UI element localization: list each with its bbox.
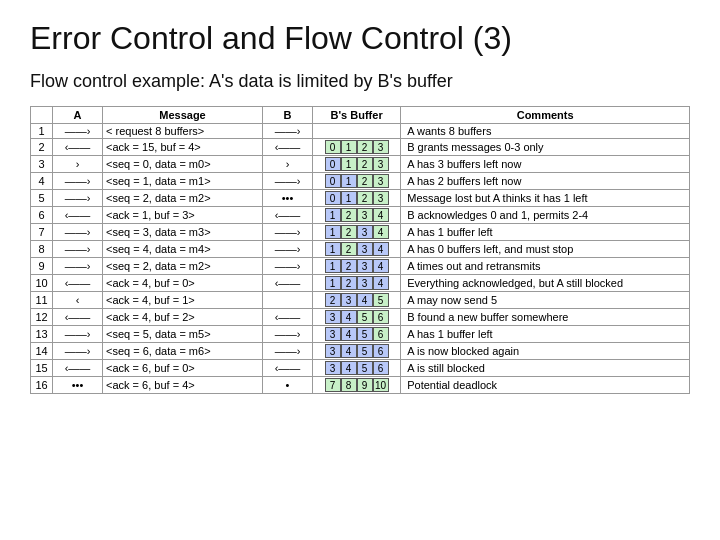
row-number: 9 <box>31 258 53 275</box>
page-title: Error Control and Flow Control (3) <box>30 20 690 57</box>
b-arrow: ——› <box>263 241 313 258</box>
b-arrow: • <box>263 377 313 394</box>
buffer-cells: 3456 <box>313 360 401 377</box>
comment-text: Everything acknowledged, but A still blo… <box>401 275 690 292</box>
comment-text: A has 1 buffer left <box>401 326 690 343</box>
col-header-num <box>31 107 53 124</box>
table-row: 11‹<ack = 4, buf = 1>2345A may now send … <box>31 292 690 309</box>
col-header-b: B <box>263 107 313 124</box>
buffer-cells: 0123 <box>313 190 401 207</box>
row-number: 11 <box>31 292 53 309</box>
page-subtitle: Flow control example: A's data is limite… <box>30 71 690 92</box>
comment-text: B grants messages 0-3 only <box>401 139 690 156</box>
row-number: 14 <box>31 343 53 360</box>
col-header-a: A <box>53 107 103 124</box>
buffer-cells: 3456 <box>313 326 401 343</box>
row-number: 3 <box>31 156 53 173</box>
a-arrow: ——› <box>53 326 103 343</box>
a-arrow: ——› <box>53 258 103 275</box>
table-row: 6‹——<ack = 1, buf = 3>‹——1234B acknowled… <box>31 207 690 224</box>
row-number: 15 <box>31 360 53 377</box>
table-row: 1——›< request 8 buffers>——›A wants 8 buf… <box>31 124 690 139</box>
message-text: <seq = 2, data = m2> <box>103 258 263 275</box>
comment-text: A may now send 5 <box>401 292 690 309</box>
comment-text: B acknowledges 0 and 1, permits 2-4 <box>401 207 690 224</box>
table-row: 16•••<ack = 6, buf = 4>•78910Potential d… <box>31 377 690 394</box>
b-arrow: ‹—— <box>263 360 313 377</box>
message-text: <seq = 5, data = m5> <box>103 326 263 343</box>
comment-text: A is now blocked again <box>401 343 690 360</box>
row-number: 10 <box>31 275 53 292</box>
buffer-cells: 3456 <box>313 309 401 326</box>
table-row: 4——›<seq = 1, data = m1>——›0123A has 2 b… <box>31 173 690 190</box>
a-arrow: ••• <box>53 377 103 394</box>
table-row: 2‹——<ack = 15, buf = 4>‹——0123B grants m… <box>31 139 690 156</box>
buffer-cells: 0123 <box>313 173 401 190</box>
table-row: 14——›<seq = 6, data = m6>——›3456A is now… <box>31 343 690 360</box>
a-arrow: ——› <box>53 173 103 190</box>
message-text: <seq = 2, data = m2> <box>103 190 263 207</box>
row-number: 8 <box>31 241 53 258</box>
buffer-cells: 0123 <box>313 139 401 156</box>
b-arrow <box>263 292 313 309</box>
message-text: <seq = 1, data = m1> <box>103 173 263 190</box>
message-text: <ack = 4, buf = 1> <box>103 292 263 309</box>
comment-text: A has 2 buffers left now <box>401 173 690 190</box>
a-arrow: ‹—— <box>53 207 103 224</box>
message-text: <ack = 4, buf = 2> <box>103 309 263 326</box>
message-text: <seq = 0, data = m0> <box>103 156 263 173</box>
a-arrow: ——› <box>53 241 103 258</box>
b-arrow: ‹—— <box>263 207 313 224</box>
comment-text: A has 3 buffers left now <box>401 156 690 173</box>
message-text: <ack = 15, buf = 4> <box>103 139 263 156</box>
a-arrow: ‹—— <box>53 275 103 292</box>
comment-text: A wants 8 buffers <box>401 124 690 139</box>
comment-text: A times out and retransmits <box>401 258 690 275</box>
comment-text: A is still blocked <box>401 360 690 377</box>
b-arrow: › <box>263 156 313 173</box>
buffer-cells: 78910 <box>313 377 401 394</box>
table-row: 13——›<seq = 5, data = m5>——›3456A has 1 … <box>31 326 690 343</box>
b-arrow: ——› <box>263 343 313 360</box>
comment-text: A has 1 buffer left <box>401 224 690 241</box>
message-text: <ack = 6, buf = 0> <box>103 360 263 377</box>
table-row: 9——›<seq = 2, data = m2>——›1234A times o… <box>31 258 690 275</box>
a-arrow: ——› <box>53 190 103 207</box>
buffer-cells: 1234 <box>313 224 401 241</box>
row-number: 4 <box>31 173 53 190</box>
a-arrow: ‹—— <box>53 309 103 326</box>
b-arrow: ‹—— <box>263 139 313 156</box>
message-text: <seq = 6, data = m6> <box>103 343 263 360</box>
row-number: 5 <box>31 190 53 207</box>
row-number: 1 <box>31 124 53 139</box>
b-arrow: ‹—— <box>263 275 313 292</box>
buffer-cells: 1234 <box>313 207 401 224</box>
buffer-cells: 1234 <box>313 241 401 258</box>
b-arrow: ——› <box>263 326 313 343</box>
table-row: 8——›<seq = 4, data = m4>——›1234A has 0 b… <box>31 241 690 258</box>
table-row: 12‹——<ack = 4, buf = 2>‹——3456B found a … <box>31 309 690 326</box>
buffer-cells: 0123 <box>313 156 401 173</box>
col-header-buffer: B's Buffer <box>313 107 401 124</box>
b-arrow: ••• <box>263 190 313 207</box>
buffer-cells: 1234 <box>313 258 401 275</box>
comment-text: Message lost but A thinks it has 1 left <box>401 190 690 207</box>
table-row: 10‹——<ack = 4, buf = 0>‹——1234Everything… <box>31 275 690 292</box>
table-row: 7——›<seq = 3, data = m3>——›1234A has 1 b… <box>31 224 690 241</box>
row-number: 6 <box>31 207 53 224</box>
a-arrow: ——› <box>53 343 103 360</box>
row-number: 13 <box>31 326 53 343</box>
comment-text: Potential deadlock <box>401 377 690 394</box>
col-header-comments: Comments <box>401 107 690 124</box>
b-arrow: ‹—— <box>263 309 313 326</box>
buffer-cells: 2345 <box>313 292 401 309</box>
col-header-message: Message <box>103 107 263 124</box>
message-text: <ack = 6, buf = 4> <box>103 377 263 394</box>
a-arrow: › <box>53 156 103 173</box>
message-text: <seq = 3, data = m3> <box>103 224 263 241</box>
buffer-cells: 1234 <box>313 275 401 292</box>
comment-text: A has 0 buffers left, and must stop <box>401 241 690 258</box>
row-number: 16 <box>31 377 53 394</box>
table-row: 3›<seq = 0, data = m0>›0123A has 3 buffe… <box>31 156 690 173</box>
table-row: 15‹——<ack = 6, buf = 0>‹——3456A is still… <box>31 360 690 377</box>
